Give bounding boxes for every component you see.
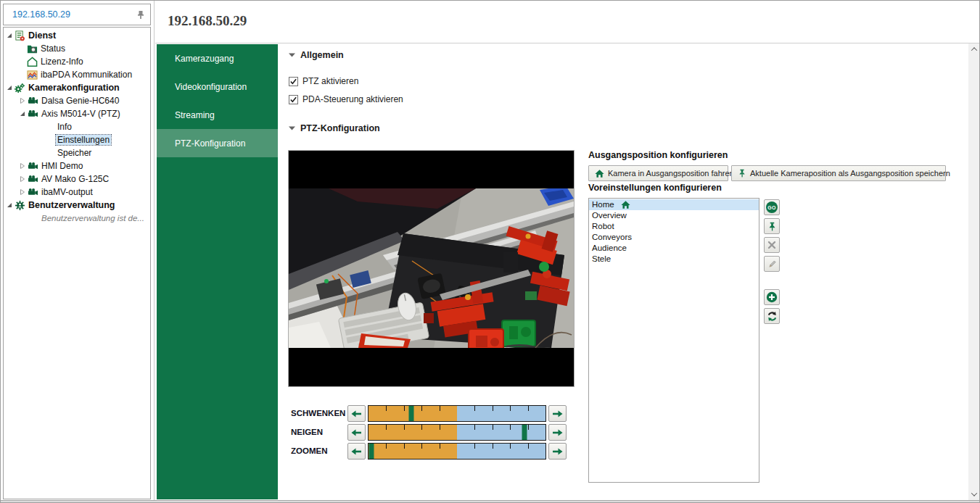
tree-item-lizenz-info[interactable]: Lizenz-Info [4,55,150,68]
preset-item-audience[interactable]: Audience [589,243,759,254]
header-divider [155,43,980,43]
scroll-up-icon[interactable] [968,43,980,55]
expander-icon[interactable] [20,98,25,104]
expander-icon[interactable] [7,33,12,38]
tree-item-status[interactable]: Status [4,42,150,55]
preset-item-overview[interactable]: Overview [589,210,759,221]
zoom-in-button[interactable] [548,443,567,460]
vertical-scrollbar[interactable] [968,43,980,500]
preset-refresh-button[interactable] [764,308,780,324]
tree-item-label: Dienst [28,30,56,41]
preset-add-button[interactable] [764,289,780,305]
zoom-label: ZOOMEN [291,443,347,460]
tree-item-ibamv-output[interactable]: ibaMV-output [4,186,150,199]
preset-item-stele[interactable]: Stele [589,254,759,265]
camera-live-preview[interactable] [288,150,575,387]
panel-divider [154,1,155,503]
user-gear-icon [15,200,25,211]
expander-icon[interactable] [7,85,12,91]
nav-item-videokonfiguration[interactable]: Videokonfiguration [157,72,278,101]
scroll-down-icon[interactable] [968,489,980,500]
sidebar-header: 192.168.50.29 [3,4,151,25]
tree-item-label-selected[interactable]: Einstellungen [56,135,111,145]
section-header-allgemein[interactable]: Allgemein [289,50,344,60]
tilt-left-button[interactable] [347,424,366,441]
expander-icon[interactable] [7,202,12,208]
preset-go-button[interactable]: GO [764,199,780,215]
page-title: 192.168.50.29 [168,13,247,29]
preset-item-home[interactable]: Home [589,199,759,210]
preset-label: Overview [592,210,627,221]
preset-label: Conveyors [592,232,632,243]
tree-item-einstellungen[interactable]: Einstellungen [4,133,150,146]
preset-delete-button[interactable] [764,237,780,253]
nav-item-kamerazugang[interactable]: Kamerazugang [157,44,278,72]
signal-icon [27,70,38,80]
app-window: 192.168.50.29 Dienst Status Lizenz-Info … [0,0,980,503]
checkbox-label[interactable]: PDA-Steuerung aktivieren [302,94,403,104]
nav-item-ptz-konfiguration[interactable]: PTZ-Konfiguration [157,129,278,157]
expander-icon[interactable] [20,189,25,195]
gears-icon [15,83,25,93]
sidebar-title: 192.168.50.29 [12,9,137,20]
preset-item-conveyors[interactable]: Conveyors [589,232,759,243]
tree-item-label: Status [41,43,65,54]
expander-icon[interactable] [20,111,25,117]
button-label: Aktuelle Kameraposition als Ausgangsposi… [750,169,950,178]
tree-item-label: HMI Demo [41,161,83,171]
service-icon [15,30,25,41]
tree-item-hmi-demo[interactable]: HMI Demo [4,159,150,172]
tilt-slider[interactable] [368,424,546,441]
presets-list[interactable]: Home Overview Robot Conveyors Audience S… [588,198,759,483]
tree-item-dalsa-genie[interactable]: Dalsa Genie-HC640 [4,94,150,107]
tilt-right-button[interactable] [548,424,567,441]
home-icon [621,200,630,209]
tree-item-ibapda-kommunikation[interactable]: ibaPDA Kommunikation [4,68,150,81]
tree-item-dienst[interactable]: Dienst [4,29,150,42]
tree-item-axis-m5014[interactable]: Axis M5014-V (PTZ) [4,107,150,120]
window-bottom-edge [1,500,980,503]
tree-item-label: Info [57,122,72,132]
section-header-ptz-konfiguration[interactable]: PTZ-Konfiguration [289,123,380,133]
ptz-aktivieren-checkbox[interactable] [289,77,298,86]
status-folder-icon [27,43,38,54]
collapse-triangle-icon[interactable] [289,126,295,130]
section-title: PTZ-Konfiguration [300,123,380,133]
preset-label: Stele [592,254,611,265]
tree-item-benutzerverwaltung[interactable]: Benutzerverwaltung [4,199,150,212]
pan-right-button[interactable] [548,405,567,422]
home-position-heading: Ausgangsposition konfigurieren [588,150,728,160]
nav-item-streaming[interactable]: Streaming [157,101,278,129]
tree-item-info[interactable]: Info [4,120,150,133]
preset-set-home-button[interactable] [764,218,780,234]
tree-item-label: AV Mako G-125C [41,174,109,184]
camera-icon [28,161,38,172]
section-title: Allgemein [300,50,344,60]
tilt-position-marker[interactable] [522,425,527,440]
pan-slider[interactable] [368,405,546,422]
pan-position-marker[interactable] [408,406,413,421]
tree-item-av-mako[interactable]: AV Mako G-125C [4,172,150,186]
slider-left-range [368,425,457,440]
dock-pin-icon[interactable] [137,10,144,20]
tree-item-kamerakonfiguration[interactable]: Kamerakonfiguration [4,81,150,94]
zoom-slider[interactable] [368,443,546,460]
checkbox-label[interactable]: PTZ aktivieren [302,76,358,86]
goto-home-position-button[interactable]: Kamera in Ausgangsposition fahren [588,165,728,181]
zoom-out-button[interactable] [347,443,366,460]
tree-item-label: Axis M5014-V (PTZ) [41,109,120,119]
collapse-triangle-icon[interactable] [289,53,295,57]
zoom-position-marker[interactable] [368,444,374,459]
save-home-position-button[interactable]: Aktuelle Kameraposition als Ausgangsposi… [731,165,946,181]
preset-rename-button[interactable] [764,256,780,272]
preset-item-robot[interactable]: Robot [589,221,759,232]
preset-label: Audience [592,243,627,254]
tree-item-label: Kamerakonfiguration [28,83,120,93]
pda-steuerung-checkbox[interactable] [289,95,298,104]
navigation-tree: Dienst Status Lizenz-Info ibaPDA Kommuni… [3,27,151,499]
expander-icon[interactable] [20,176,25,182]
tree-item-speicher[interactable]: Speicher [4,146,150,159]
pan-left-button[interactable] [347,405,366,422]
license-icon [27,57,38,67]
expander-icon[interactable] [20,163,25,169]
